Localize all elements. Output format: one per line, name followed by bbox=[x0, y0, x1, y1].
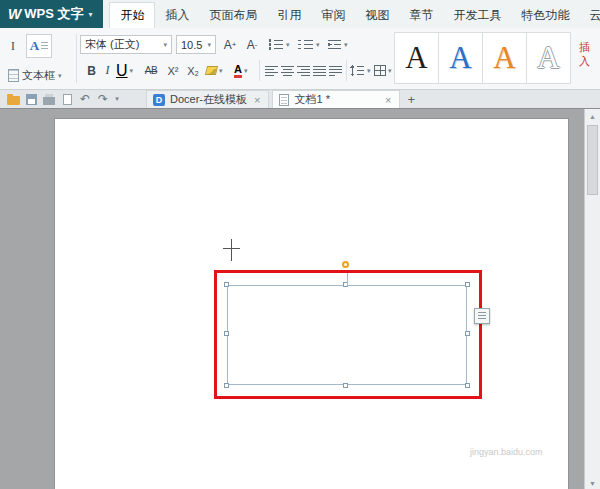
crosshair-cursor bbox=[223, 248, 240, 249]
italic-button[interactable]: I bbox=[101, 61, 114, 80]
borders-button[interactable]: ▾ bbox=[374, 61, 392, 80]
decrease-font-size-button[interactable]: A- bbox=[242, 35, 262, 54]
chevron-down-icon: ▾ bbox=[344, 41, 348, 49]
tab-home[interactable]: 开始 bbox=[109, 2, 155, 28]
tab-review[interactable]: 审阅 bbox=[311, 3, 355, 28]
new-tab-button[interactable]: + bbox=[407, 92, 415, 107]
tab-document1[interactable]: 文档1 * × bbox=[272, 90, 400, 108]
strikethrough-button[interactable]: AB bbox=[140, 61, 162, 80]
document-icon bbox=[279, 94, 289, 106]
align-left-button[interactable] bbox=[264, 61, 279, 80]
save-button[interactable] bbox=[22, 91, 40, 107]
scroll-up-button[interactable]: ▲ bbox=[585, 109, 600, 123]
layout-options-button[interactable] bbox=[474, 308, 490, 324]
horizontal-textbox-button[interactable]: A bbox=[26, 34, 52, 58]
divider bbox=[259, 60, 260, 81]
insert-wordart-button-partial[interactable]: 插入 bbox=[579, 40, 592, 68]
align-right-icon bbox=[297, 65, 310, 76]
tab-page-layout[interactable]: 页面布局 bbox=[199, 3, 267, 28]
numbered-list-button[interactable]: ▾ bbox=[298, 35, 320, 54]
align-center-icon bbox=[281, 65, 294, 76]
docer-icon: D bbox=[153, 94, 165, 106]
open-folder-button[interactable] bbox=[4, 91, 22, 107]
align-justify-button[interactable] bbox=[312, 61, 327, 80]
indent-icon bbox=[328, 39, 342, 50]
folder-icon bbox=[7, 96, 20, 105]
numbered-list-icon bbox=[298, 39, 314, 50]
chevron-down-icon: ▾ bbox=[286, 41, 290, 49]
highlight-color-button[interactable]: ▾ bbox=[206, 61, 223, 80]
wps-logo-button[interactable]: W WPS 文字 ▾ bbox=[0, 0, 103, 28]
chevron-down-icon: ▾ bbox=[388, 67, 392, 75]
scrollbar-thumb[interactable] bbox=[587, 125, 598, 195]
bullet-list-icon bbox=[268, 39, 284, 50]
chevron-down-icon: ▾ bbox=[207, 41, 211, 49]
preview-icon bbox=[63, 94, 72, 105]
printer-icon bbox=[43, 97, 55, 105]
chevron-down-icon: ▾ bbox=[115, 95, 119, 103]
distribute-button[interactable] bbox=[328, 61, 343, 80]
rotate-handle[interactable] bbox=[342, 261, 349, 268]
document-area: jingyan.baidu.com ▲ ▼ bbox=[0, 108, 600, 489]
subscript-button[interactable]: X₂ bbox=[184, 61, 202, 80]
print-preview-button[interactable] bbox=[58, 91, 76, 107]
wordart-style-1[interactable]: A bbox=[394, 32, 439, 84]
vertical-scrollbar[interactable]: ▲ ▼ bbox=[584, 109, 600, 489]
tab-view[interactable]: 视图 bbox=[355, 3, 399, 28]
tab-docer-templates[interactable]: D Docer-在线模板 × bbox=[146, 90, 269, 108]
tab-section[interactable]: 章节 bbox=[399, 3, 443, 28]
chevron-down-icon: ▾ bbox=[130, 67, 134, 75]
tab-cloud-services[interactable]: 云服务 bbox=[579, 3, 600, 28]
chevron-down-icon: ▾ bbox=[367, 67, 371, 75]
redo-icon: ↷ bbox=[98, 92, 108, 106]
line-spacing-icon bbox=[350, 65, 365, 76]
menu-bar: W WPS 文字 ▾ 开始 插入 页面布局 引用 审阅 视图 章节 开发工具 特… bbox=[0, 0, 600, 28]
wps-logo-icon: W bbox=[8, 6, 19, 22]
tab-references[interactable]: 引用 bbox=[267, 3, 311, 28]
divider bbox=[76, 34, 77, 83]
font-size-select[interactable]: 10.5 ▾ bbox=[176, 35, 216, 54]
tab-special-features[interactable]: 特色功能 bbox=[511, 3, 579, 28]
wordart-style-4[interactable]: A bbox=[526, 32, 571, 84]
chevron-down-icon: ▾ bbox=[316, 41, 320, 49]
undo-button[interactable]: ↶ bbox=[76, 91, 94, 107]
annotation-rectangle bbox=[214, 270, 482, 399]
font-color-button[interactable]: A ▾ bbox=[234, 61, 247, 80]
align-center-button[interactable] bbox=[280, 61, 295, 80]
print-button[interactable] bbox=[40, 91, 58, 107]
quick-toolbar-more-button[interactable]: ▾ bbox=[112, 91, 122, 107]
app-title: WPS 文字 bbox=[24, 5, 83, 23]
save-icon bbox=[26, 94, 37, 105]
chevron-down-icon: ▾ bbox=[58, 72, 62, 80]
highlighter-icon bbox=[205, 66, 218, 75]
text-cursor-icon[interactable]: I bbox=[4, 37, 22, 55]
redo-button[interactable]: ↷ bbox=[94, 91, 112, 107]
wordart-style-3[interactable]: A bbox=[482, 32, 527, 84]
font-name-select[interactable]: 宋体 (正文) ▾ bbox=[80, 35, 172, 54]
scroll-down-button[interactable]: ▼ bbox=[585, 476, 600, 489]
underline-button[interactable]: U ▾ bbox=[116, 61, 133, 80]
superscript-button[interactable]: X² bbox=[164, 61, 182, 80]
distribute-icon bbox=[329, 65, 342, 76]
wordart-style-2[interactable]: A bbox=[438, 32, 483, 84]
tab-insert[interactable]: 插入 bbox=[155, 3, 199, 28]
textbox-menu-button[interactable]: 文本框 ▾ bbox=[22, 68, 62, 83]
vertical-textbox-icon[interactable] bbox=[4, 66, 22, 84]
indent-button[interactable]: ▾ bbox=[328, 35, 348, 54]
bullet-list-button[interactable]: ▾ bbox=[268, 35, 290, 54]
line-spacing-button[interactable]: ▾ bbox=[350, 61, 371, 80]
close-tab-icon[interactable]: × bbox=[383, 94, 393, 106]
increase-font-size-button[interactable]: A+ bbox=[220, 35, 240, 54]
align-right-button[interactable] bbox=[296, 61, 311, 80]
borders-icon bbox=[374, 65, 386, 76]
layout-options-icon bbox=[478, 312, 486, 320]
ribbon: I A 文本框 ▾ 宋体 (正文) ▾ 10.5 ▾ A+ A- ▾ bbox=[0, 28, 600, 90]
divider bbox=[346, 60, 347, 81]
textbox-label: 文本框 bbox=[22, 68, 55, 83]
chevron-down-icon: ▾ bbox=[163, 41, 167, 49]
textbox-a-icon: A bbox=[30, 38, 39, 54]
close-tab-icon[interactable]: × bbox=[252, 94, 262, 106]
tab-dev-tools[interactable]: 开发工具 bbox=[443, 3, 511, 28]
bold-button[interactable]: B bbox=[84, 61, 99, 80]
undo-icon: ↶ bbox=[80, 92, 90, 106]
